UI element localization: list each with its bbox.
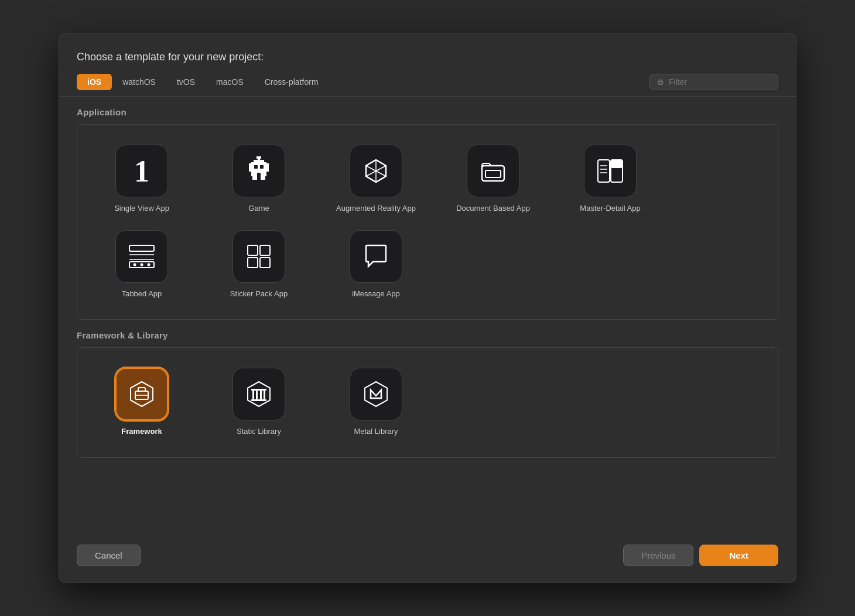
svg-line-19 (376, 171, 386, 176)
framework-label: Framework (121, 426, 162, 437)
svg-marker-58 (365, 382, 387, 406)
filter-input[interactable] (669, 77, 771, 87)
sticker-icon-wrap (232, 230, 285, 283)
new-project-dialog: Choose a template for your new project: … (59, 33, 796, 583)
document-icon-wrap (467, 145, 519, 197)
svg-rect-40 (248, 245, 258, 255)
svg-rect-3 (249, 163, 251, 172)
single-view-app-label: Single View App (114, 203, 169, 214)
svg-rect-4 (266, 163, 269, 172)
master-detail-icon (594, 155, 626, 187)
sticker-pack-label: Sticker Pack App (230, 289, 288, 299)
svg-rect-55 (260, 391, 262, 399)
svg-rect-56 (264, 391, 265, 399)
svg-rect-27 (611, 160, 623, 168)
tabbed-icon (126, 241, 158, 272)
svg-rect-51 (251, 399, 266, 401)
template-game[interactable]: Game (200, 136, 317, 222)
tab-ios[interactable]: iOS (77, 74, 112, 90)
single-view-app-icon-wrap: 1 (115, 145, 168, 197)
game-label: Game (248, 203, 269, 214)
master-detail-icon-wrap (584, 145, 637, 197)
svg-rect-54 (256, 391, 258, 399)
svg-rect-7 (251, 173, 254, 176)
template-framework[interactable]: Framework (83, 360, 200, 445)
template-document-app[interactable]: Document Based App (435, 136, 552, 222)
filter-box: ⊜ (649, 74, 778, 90)
tab-tvos[interactable]: tvOS (166, 74, 206, 90)
dialog-title: Choose a template for your new project: (59, 51, 796, 74)
metal-library-icon (360, 378, 392, 410)
template-sticker-pack[interactable]: Sticker Pack App (200, 222, 317, 307)
ar-icon (360, 155, 392, 187)
tab-watchos[interactable]: watchOS (112, 74, 166, 90)
tabbed-app-label: Tabbed App (122, 289, 162, 299)
template-ar-app[interactable]: Augmented Reality App (317, 136, 435, 222)
ar-app-label: Augmented Reality App (336, 203, 416, 214)
svg-rect-42 (248, 258, 258, 268)
tabs-row: iOS watchOS tvOS macOS Cross-platform ⊜ (59, 74, 796, 97)
folder-icon (477, 155, 509, 187)
template-imessage[interactable]: iMessage App (317, 222, 435, 307)
svg-line-17 (366, 166, 376, 171)
previous-button[interactable]: Previous (623, 545, 693, 566)
imessage-label: iMessage App (352, 289, 400, 299)
application-section-grid: 1 Single View App (77, 124, 778, 320)
svg-rect-12 (256, 156, 261, 159)
svg-rect-9 (254, 165, 258, 169)
template-static-library[interactable]: Static Library (200, 360, 317, 445)
ar-icon-wrap (350, 145, 402, 197)
svg-rect-8 (264, 173, 266, 176)
sticker-icon (243, 241, 275, 272)
svg-rect-2 (251, 162, 266, 173)
template-metal-library[interactable]: Metal Library (317, 360, 435, 445)
num1-icon: 1 (134, 154, 149, 189)
svg-point-38 (148, 263, 151, 266)
svg-marker-50 (248, 382, 270, 406)
next-button[interactable]: Next (699, 545, 778, 566)
framework-icon (126, 378, 158, 410)
svg-marker-46 (131, 382, 153, 406)
svg-line-16 (376, 166, 386, 171)
metal-library-label: Metal Library (354, 426, 398, 437)
template-single-view-app[interactable]: 1 Single View App (83, 136, 200, 222)
svg-line-20 (366, 171, 376, 176)
tab-crossplatform[interactable]: Cross-platform (254, 74, 329, 90)
static-library-icon-wrap (232, 368, 285, 420)
application-section-label: Application (77, 97, 778, 124)
game-icon-wrap (232, 145, 285, 197)
framework-icon-wrap (115, 368, 168, 420)
framework-section-label: Framework & Library (77, 320, 778, 347)
template-tabbed-app[interactable]: Tabbed App (83, 222, 200, 307)
svg-rect-43 (260, 258, 270, 268)
content-area: Application 1 Single View App (59, 97, 796, 533)
svg-point-36 (134, 263, 136, 266)
master-detail-label: Master-Detail App (580, 203, 640, 214)
metal-library-icon-wrap (350, 368, 402, 420)
svg-rect-10 (260, 165, 264, 169)
svg-rect-41 (260, 245, 270, 255)
svg-rect-32 (129, 245, 154, 251)
document-app-label: Document Based App (456, 203, 530, 214)
tabbed-icon-wrap (115, 230, 168, 283)
svg-rect-23 (485, 170, 501, 177)
game-icon (243, 155, 275, 187)
imessage-icon-wrap (350, 230, 402, 283)
filter-icon: ⊜ (657, 77, 664, 87)
static-library-label: Static Library (237, 426, 281, 437)
cancel-button[interactable]: Cancel (77, 545, 141, 566)
svg-rect-53 (252, 391, 254, 399)
svg-point-37 (141, 263, 143, 266)
imessage-icon (360, 241, 392, 272)
tab-macos[interactable]: macOS (206, 74, 254, 90)
svg-marker-59 (371, 390, 381, 398)
svg-rect-25 (598, 160, 610, 182)
template-master-detail[interactable]: Master-Detail App (552, 136, 669, 222)
footer: Cancel Previous Next (59, 533, 796, 583)
framework-section-grid: Framework (77, 347, 778, 457)
static-library-icon (243, 378, 275, 410)
svg-rect-52 (251, 389, 266, 391)
